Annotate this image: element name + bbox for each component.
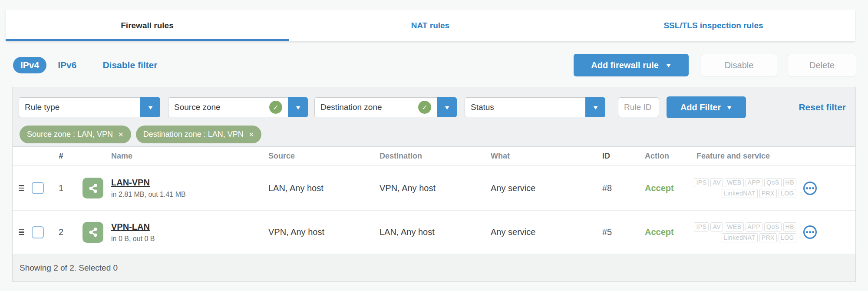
header-what: What [491,152,590,161]
feature-badge: LinkedNAT [722,233,758,242]
destination-zone-dropdown-caret[interactable]: ▼ [437,97,457,117]
rule-what: Any service [491,227,590,237]
feature-badges: IPSAVWEBAPPQoSHB LinkedNATPRXLOG [692,178,796,198]
feature-badge: LOG [779,233,796,242]
feature-badge: IPS [694,222,709,231]
row-checkbox[interactable] [32,226,44,238]
header-destination: Destination [380,152,491,161]
disable-filter-link[interactable]: Disable filter [102,60,157,70]
filter-chip-source-zone: Source zone : LAN, VPN ✕ [20,126,131,143]
rule-what: Any service [491,183,590,193]
row-menu-ellipsis-button[interactable] [803,182,817,195]
feature-badge: AV [710,222,723,231]
ipv4-toggle[interactable]: IPv4 [13,57,46,73]
destination-zone-dropdown[interactable]: Destination zone ✓ ▼ [314,97,457,117]
rule-type-dropdown-caret[interactable]: ▼ [140,97,160,117]
drag-handle-icon[interactable] [19,185,24,191]
reset-filter-link[interactable]: Reset filter [799,102,846,112]
source-zone-dropdown[interactable]: Source zone ✓ ▼ [168,97,308,117]
check-circle-icon: ✓ [418,101,431,114]
rule-id: #5 [590,227,634,237]
filter-panel: Rule type ▼ Source zone ✓ ▼ Destination … [12,87,856,146]
drag-handle-icon[interactable] [19,229,24,235]
feature-badge: HB [783,222,796,231]
source-zone-dropdown-caret[interactable]: ▼ [288,97,308,117]
row-menu-ellipsis-button[interactable] [803,225,817,239]
status-dropdown-caret[interactable]: ▼ [585,97,605,117]
feature-badge: LOG [779,189,796,198]
header-id: ID [590,152,634,161]
caret-down-icon: ▼ [443,105,450,110]
showing-summary: Showing 2 of 2. Selected 0 [20,263,118,273]
close-icon[interactable]: ✕ [118,131,124,139]
feature-badge: APP [746,222,763,231]
status-dropdown[interactable]: Status ▼ [465,97,605,117]
rule-name-link[interactable]: LAN-VPN [111,178,186,188]
firewall-rules-table: # Name Source Destination What ID Action… [12,146,856,282]
feature-badge: LinkedNAT [722,189,758,198]
rule-source: VPN, Any host [268,227,380,237]
tab-firewall-rules[interactable]: Firewall rules [6,10,289,41]
table-header-row: # Name Source Destination What ID Action… [13,147,855,166]
toolbar: IPv4 IPv6 Disable filter Add firewall ru… [13,54,856,76]
add-firewall-rule-button[interactable]: Add firewall rule ▼ [574,54,689,76]
feature-badge: WEB [725,178,743,187]
disable-button[interactable]: Disable [701,54,777,76]
filter-row: Rule type ▼ Source zone ✓ ▼ Destination … [19,97,849,118]
source-zone-label-text: Source zone [174,103,221,112]
rule-source: LAN, Any host [268,183,380,193]
feature-badge: APP [746,178,763,187]
table-row: 2 VPN-LAN in 0 B, out 0 B VPN, Any ho [13,211,855,254]
delete-button[interactable]: Delete [788,54,856,76]
table-row: 1 LAN-VPN in 2.81 MB, out 1.41 MB LAN [13,166,855,211]
chevron-down-icon: ▼ [665,63,672,68]
rule-destination: VPN, Any host [380,183,491,193]
feature-badge: PRX [759,233,777,242]
filter-chip-label: Source zone : LAN, VPN [27,130,113,139]
status-dropdown-label: Status [465,97,585,117]
header-number: # [44,152,78,161]
check-circle-icon: ✓ [269,101,282,114]
tab-nat-rules[interactable]: NAT rules [289,10,572,41]
rule-action-accept: Accept [645,183,674,193]
feature-badges: IPSAVWEBAPPQoSHB LinkedNATPRXLOG [692,222,796,242]
rules-tabbar: Firewall rules NAT rules SSL/TLS inspect… [6,10,855,41]
rule-name-link[interactable]: VPN-LAN [111,222,155,232]
table-footer: Showing 2 of 2. Selected 0 [13,254,855,281]
header-source: Source [268,152,380,161]
feature-badge: AV [710,178,723,187]
rule-id-input[interactable] [618,97,659,117]
caret-down-icon: ▼ [294,105,301,110]
row-number: 2 [44,227,78,237]
rule-traffic-stats: in 0 B, out 0 B [111,235,155,243]
rule-id: #8 [590,183,634,193]
rule-type-dropdown-label: Rule type [19,97,140,117]
source-zone-dropdown-label: Source zone ✓ [168,97,288,117]
add-firewall-rule-label: Add firewall rule [591,60,659,70]
feature-badge: QoS [764,222,782,231]
add-filter-label: Add Filter [680,103,721,112]
tab-ssl-tls-inspection-rules[interactable]: SSL/TLS inspection rules [572,10,855,41]
header-action: Action [634,152,690,161]
rule-traffic-stats: in 2.81 MB, out 1.41 MB [111,191,186,198]
network-share-icon [83,178,103,198]
rule-type-dropdown[interactable]: Rule type ▼ [19,97,160,117]
ipv6-toggle[interactable]: IPv6 [58,60,76,70]
header-name: Name [78,152,268,161]
feature-badge: HB [783,178,796,187]
feature-badge: QoS [764,178,782,187]
caret-down-icon: ▼ [147,105,154,110]
filter-chip-label: Destination zone : LAN, VPN [143,130,244,139]
feature-badge: IPS [694,178,709,187]
row-checkbox[interactable] [32,182,44,194]
firewall-rules-page: Firewall rules NAT rules SSL/TLS inspect… [0,0,868,291]
rule-destination: LAN, Any host [380,227,491,237]
network-share-icon [83,222,103,243]
chevron-down-icon: ▼ [726,105,733,110]
active-filter-chips: Source zone : LAN, VPN ✕ Destination zon… [20,126,261,143]
add-filter-button[interactable]: Add Filter ▼ [667,96,746,118]
rule-action-accept: Accept [645,227,674,237]
filter-chip-destination-zone: Destination zone : LAN, VPN ✕ [136,126,262,143]
close-icon[interactable]: ✕ [249,131,254,139]
feature-badge: PRX [759,189,777,198]
